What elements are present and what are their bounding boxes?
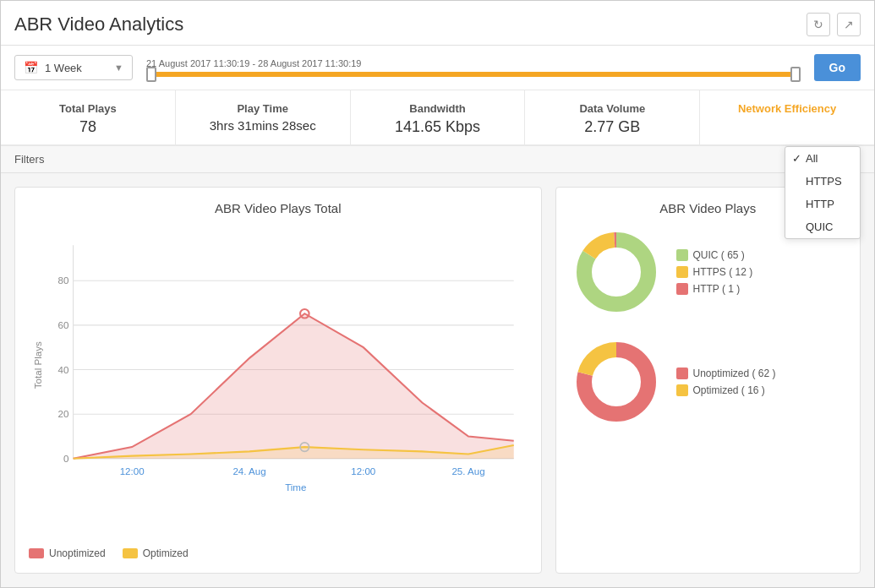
optimized-swatch — [676, 384, 688, 396]
metric-total-plays-value: 78 — [79, 118, 96, 136]
legend-optimized-pie: Optimized ( 16 ) — [676, 384, 776, 396]
optim-donut-svg — [570, 335, 663, 428]
svg-text:12:00: 12:00 — [120, 466, 145, 476]
unoptimized-label: Unoptimized ( 62 ) — [693, 368, 776, 379]
date-range-section: 21 August 2017 11:30:19 - 28 August 2017… — [146, 58, 801, 77]
http-swatch — [676, 283, 688, 295]
metric-data-volume[interactable]: Data Volume 2.77 GB — [525, 90, 700, 144]
https-label: HTTPS ( 12 ) — [693, 266, 753, 278]
metric-total-plays-label: Total Plays — [59, 102, 117, 115]
main-window: ABR Video Analytics ↻ ↗ 📅 1 Week ▼ 21 Au… — [0, 0, 875, 588]
metric-network-efficiency-label: Network Efficiency — [738, 102, 836, 115]
svg-text:25. Aug: 25. Aug — [451, 466, 484, 476]
svg-text:80: 80 — [57, 275, 68, 286]
slider-handle-right[interactable] — [790, 67, 801, 82]
pie-chart-card: ABR Video Plays QUIC ( 65 ) — [555, 187, 861, 574]
protocol-pie-section: QUIC ( 65 ) HTTPS ( 12 ) HTTP ( 1 ) — [570, 226, 847, 318]
unoptimized-swatch — [676, 368, 688, 379]
title-bar-icons: ↻ ↗ — [807, 13, 861, 36]
legend-http: HTTP ( 1 ) — [676, 283, 753, 295]
legend-optimized-swatch — [123, 548, 138, 558]
dropdown-arrow-icon: ▼ — [114, 63, 123, 73]
filter-dropdown-menu: All HTTPS HTTP QUIC — [785, 146, 861, 239]
legend-quic: QUIC ( 65 ) — [676, 249, 753, 261]
filters-label: Filters — [14, 153, 44, 166]
optimized-label: Optimized ( 16 ) — [693, 384, 765, 396]
svg-text:20: 20 — [57, 409, 68, 419]
svg-point-28 — [593, 359, 639, 405]
export-icon[interactable]: ↗ — [837, 13, 861, 36]
protocol-pie-legend: QUIC ( 65 ) HTTPS ( 12 ) HTTP ( 1 ) — [676, 249, 753, 295]
line-chart-area: Total Plays 0 20 40 60 80 — [29, 226, 528, 541]
metric-bandwidth-label: Bandwidth — [409, 102, 465, 115]
filters-bar: Filters All HTTPS HTTP QUIC — [1, 146, 874, 173]
svg-text:60: 60 — [57, 320, 68, 330]
filter-option-https[interactable]: HTTPS — [785, 170, 860, 193]
svg-point-25 — [593, 249, 639, 295]
line-chart-title: ABR Video Plays Total — [29, 201, 528, 215]
legend-unoptimized-swatch — [29, 548, 44, 558]
protocol-donut-svg — [570, 226, 663, 318]
line-chart-svg: Total Plays 0 20 40 60 80 — [29, 226, 528, 496]
https-swatch — [676, 266, 688, 278]
quic-label: QUIC ( 65 ) — [693, 249, 745, 261]
svg-text:Total Plays: Total Plays — [33, 341, 43, 389]
svg-text:0: 0 — [63, 454, 68, 464]
legend-unoptimized-label: Unoptimized — [49, 547, 106, 559]
chart-legend: Unoptimized Optimized — [29, 547, 528, 559]
optim-pie-legend: Unoptimized ( 62 ) Optimized ( 16 ) — [676, 368, 776, 396]
date-range-label: 21 August 2017 11:30:19 - 28 August 2017… — [146, 58, 801, 68]
metric-network-efficiency[interactable]: Network Efficiency — [700, 90, 874, 144]
svg-text:12:00: 12:00 — [351, 466, 375, 476]
svg-text:40: 40 — [57, 365, 68, 375]
metric-play-time-label: Play Time — [237, 102, 287, 115]
filter-option-all[interactable]: All — [785, 147, 860, 170]
slider-track[interactable] — [146, 72, 801, 77]
legend-unoptimized-pie: Unoptimized ( 62 ) — [676, 368, 776, 379]
metric-bandwidth-value: 141.65 Kbps — [395, 118, 480, 136]
metric-play-time[interactable]: Play Time 3hrs 31mins 28sec — [176, 90, 351, 144]
metric-data-volume-label: Data Volume — [579, 102, 645, 115]
date-slider[interactable] — [146, 72, 801, 77]
go-button[interactable]: Go — [814, 54, 861, 81]
slider-handle-left[interactable] — [146, 67, 156, 82]
metric-total-plays[interactable]: Total Plays 78 — [1, 90, 176, 144]
legend-https: HTTPS ( 12 ) — [676, 266, 753, 278]
metric-data-volume-value: 2.77 GB — [584, 118, 640, 136]
line-chart-card: ABR Video Plays Total Total Plays 0 — [14, 187, 542, 574]
period-value: 1 Week — [45, 62, 82, 74]
svg-text:24. Aug: 24. Aug — [232, 466, 265, 476]
page-title: ABR Video Analytics — [14, 14, 183, 35]
svg-marker-13 — [74, 313, 514, 459]
title-bar: ABR Video Analytics ↻ ↗ — [1, 1, 874, 46]
optim-pie-section: Unoptimized ( 62 ) Optimized ( 16 ) — [570, 335, 847, 428]
filter-option-http[interactable]: HTTP — [785, 193, 860, 215]
quic-swatch — [676, 249, 688, 261]
legend-unoptimized: Unoptimized — [29, 547, 106, 559]
http-label: HTTP ( 1 ) — [693, 283, 741, 295]
toolbar: 📅 1 Week ▼ 21 August 2017 11:30:19 - 28 … — [1, 46, 874, 90]
metric-bandwidth[interactable]: Bandwidth 141.65 Kbps — [351, 90, 526, 144]
refresh-icon[interactable]: ↻ — [807, 13, 830, 36]
legend-optimized-label: Optimized — [143, 547, 189, 559]
period-select[interactable]: 📅 1 Week ▼ — [14, 55, 133, 80]
content-area: ABR Video Plays Total Total Plays 0 — [1, 173, 874, 587]
svg-text:Time: Time — [285, 482, 306, 493]
legend-optimized: Optimized — [123, 547, 189, 559]
metrics-bar: Total Plays 78 Play Time 3hrs 31mins 28s… — [1, 90, 874, 146]
metric-play-time-value: 3hrs 31mins 28sec — [210, 118, 316, 133]
calendar-icon: 📅 — [24, 61, 38, 74]
filter-option-quic[interactable]: QUIC — [785, 215, 860, 238]
